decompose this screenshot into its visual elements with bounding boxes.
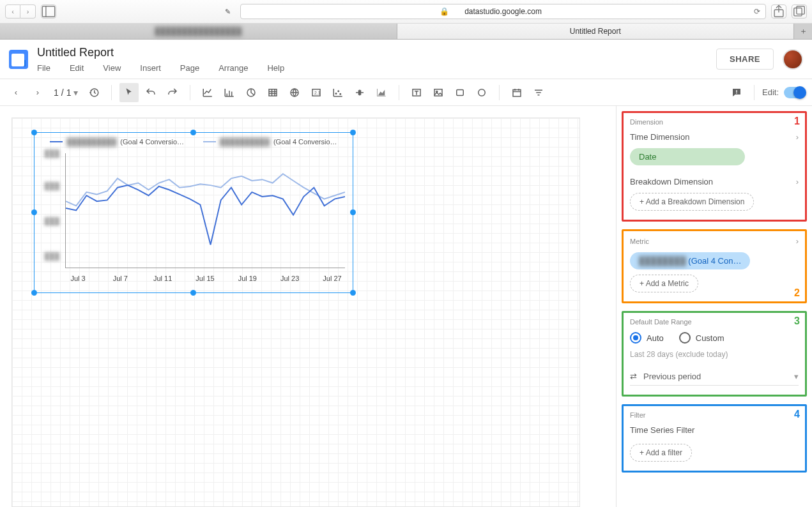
toolbar: ‹ › 1 / 1 ▾ 2.1 Edit: — [0, 79, 812, 106]
radio-auto[interactable]: Auto — [630, 332, 664, 344]
report-title[interactable]: Untitled Report — [37, 46, 284, 59]
text-tool-icon[interactable] — [407, 83, 426, 102]
annotation-number: 1 — [794, 116, 800, 127]
resize-handle[interactable] — [31, 290, 37, 296]
svg-rect-19 — [513, 89, 521, 96]
add-metric-button[interactable]: + Add a Metric — [630, 275, 698, 292]
next-page-button[interactable]: › — [28, 83, 47, 102]
address-bar[interactable]: 🔒 datastudio.google.com ⟳ — [240, 4, 766, 19]
bullet-chart-icon[interactable] — [350, 83, 369, 102]
menu-edit[interactable]: Edit — [70, 63, 84, 73]
resize-handle[interactable] — [350, 209, 356, 215]
dimension-chip[interactable]: Date — [630, 148, 745, 165]
date-range-control-icon[interactable] — [507, 83, 526, 102]
panel-filter: 4 Filter Time Series Filter + Add a filt… — [622, 404, 807, 473]
datastudio-logo-icon — [9, 50, 28, 69]
back-button[interactable]: ‹ — [5, 4, 20, 19]
add-filter-button[interactable]: + Add a filter — [630, 444, 692, 462]
history-icon[interactable] — [84, 83, 103, 102]
browser-chrome: ‹ › ✎ 🔒 datastudio.google.com ⟳ — [0, 0, 812, 24]
rectangle-tool-icon[interactable] — [450, 83, 470, 102]
menu-help[interactable]: Help — [267, 63, 284, 73]
resize-handle[interactable] — [350, 290, 356, 296]
panel-dimension: 1 Dimension Time Dimension › Date Breakd… — [622, 111, 807, 222]
canvas-page[interactable]: ██████████ (Goal 4 Conversio… ██████████… — [11, 117, 580, 507]
select-tool-icon[interactable] — [119, 83, 139, 102]
svg-text:2.1: 2.1 — [314, 91, 321, 95]
y-tick: ███ — [38, 252, 59, 260]
sidebar-toggle-button[interactable] — [41, 4, 56, 19]
title-block: Untitled Report FileEditViewInsertPageAr… — [37, 46, 284, 73]
pie-chart-icon[interactable] — [241, 83, 261, 102]
undo-button[interactable] — [141, 83, 160, 102]
browser-tab-2[interactable]: Untitled Report — [397, 24, 795, 39]
menu-view[interactable]: View — [103, 63, 121, 73]
toggle-switch[interactable] — [784, 87, 806, 98]
table-chart-icon[interactable] — [263, 83, 282, 102]
metric-row[interactable]: Metric › — [630, 236, 799, 246]
breakdown-dimension-row[interactable]: Breakdown Dimension › — [630, 177, 799, 186]
resize-handle[interactable] — [350, 130, 356, 135]
geo-chart-icon[interactable] — [285, 83, 304, 102]
filter-head: Time Series Filter — [630, 425, 799, 435]
prev-page-button[interactable]: ‹ — [6, 83, 26, 102]
menu-insert[interactable]: Insert — [140, 63, 161, 73]
filter-control-icon[interactable] — [529, 83, 548, 102]
section-label: Default Date Range — [630, 318, 799, 326]
panel-metric: 2 Metric › ████████ (Goal 4 Con… + Add a… — [622, 229, 807, 303]
app-header: Untitled Report FileEditViewInsertPageAr… — [0, 40, 812, 79]
reload-icon[interactable]: ⟳ — [754, 7, 760, 16]
radio-custom[interactable]: Custom — [679, 332, 724, 344]
scatter-chart-icon[interactable] — [328, 83, 348, 102]
selected-chart[interactable]: ██████████ (Goal 4 Conversio… ██████████… — [34, 132, 353, 293]
new-tab-button[interactable]: ＋ — [794, 24, 812, 39]
image-tool-icon[interactable] — [429, 83, 448, 102]
chart: ██████████ (Goal 4 Conversio… ██████████… — [40, 138, 348, 287]
resize-handle[interactable] — [31, 130, 37, 135]
area-chart-icon[interactable] — [372, 83, 391, 102]
edit-toggle[interactable]: Edit: — [762, 87, 806, 98]
resize-handle[interactable] — [190, 130, 196, 135]
resize-handle[interactable] — [31, 209, 37, 215]
bar-chart-icon[interactable] — [220, 83, 239, 102]
feedback-icon[interactable] — [727, 83, 746, 102]
avatar[interactable] — [783, 49, 803, 70]
section-label: Dimension — [630, 118, 799, 126]
legend-item-1: ██████████ (Goal 4 Conversio… — [50, 138, 184, 146]
annotation-number: 2 — [794, 287, 800, 299]
chevron-down-icon: ▾ — [794, 372, 799, 381]
svg-point-12 — [338, 91, 339, 92]
forward-button[interactable]: › — [20, 4, 36, 19]
tabs-button[interactable] — [792, 4, 807, 19]
compare-arrows-icon: ⇄ — [630, 372, 637, 381]
canvas-area[interactable]: ██████████ (Goal 4 Conversio… ██████████… — [0, 106, 616, 507]
add-breakdown-button[interactable]: + Add a Breakdown Dimension — [630, 193, 754, 211]
chevron-down-icon: ▾ — [73, 87, 78, 98]
menu-page[interactable]: Page — [180, 63, 199, 73]
evernote-icon[interactable]: ✎ — [220, 4, 235, 19]
y-tick: ███ — [38, 182, 59, 190]
browser-tab-1[interactable]: ████████████████ — [0, 24, 397, 39]
svg-point-18 — [479, 89, 486, 96]
time-dimension-row[interactable]: Time Dimension › — [630, 132, 799, 142]
scorecard-icon[interactable]: 2.1 — [307, 83, 326, 102]
resize-handle[interactable] — [190, 290, 196, 296]
circle-tool-icon[interactable] — [472, 83, 491, 102]
line-chart-icon[interactable] — [198, 83, 217, 102]
compare-period-select[interactable]: ⇄ Previous period ▾ — [630, 372, 799, 386]
share-button[interactable]: SHARE — [716, 49, 774, 70]
side-panel: 1 Dimension Time Dimension › Date Breakd… — [616, 106, 812, 507]
svg-rect-4 — [797, 6, 804, 14]
menu-file[interactable]: File — [37, 63, 50, 73]
chart-plot-area: ███ ███ ███ ███ — [65, 153, 345, 268]
metric-chip[interactable]: ████████ (Goal 4 Con… — [630, 252, 750, 269]
section-label: Filter — [630, 411, 799, 419]
page-indicator[interactable]: 1 / 1 ▾ — [54, 87, 78, 98]
svg-rect-3 — [794, 8, 802, 16]
date-range-summary: Last 28 days (exclude today) — [630, 350, 799, 359]
y-tick: ███ — [38, 149, 59, 157]
menu-arrange[interactable]: Arrange — [218, 63, 248, 73]
share-sheet-button[interactable] — [771, 4, 786, 19]
redo-button[interactable] — [163, 83, 182, 102]
chevron-right-icon: › — [796, 236, 799, 246]
